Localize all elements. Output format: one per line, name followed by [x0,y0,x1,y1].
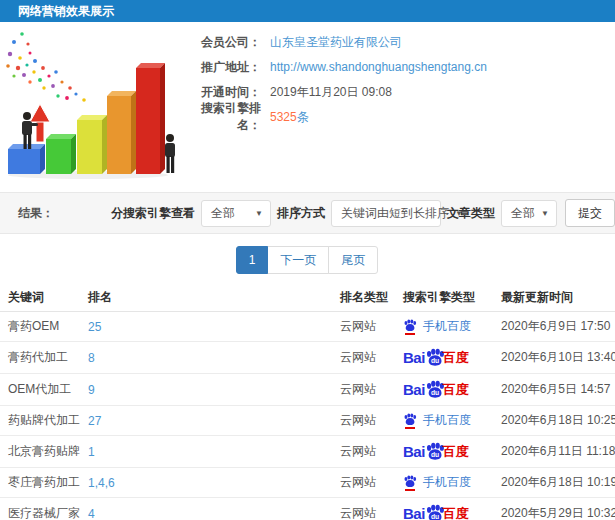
engine-filter-label: 分搜索引擎查看 [111,205,195,222]
header-rank: 排名 [80,284,332,312]
open-time-value: 2019年11月20日 09:08 [270,84,392,101]
rank-type-cell: 云网站 [332,342,395,374]
table-header-row: 关键词 排名 排名类型 搜索引擎类型 最新更新时间 [0,284,615,312]
keyword-cell: OEM代加工 [0,374,80,406]
page-header: 网络营销效果展示 [0,0,615,22]
baidu-paw-icon [403,319,417,332]
mobile-baidu-label: 手机百度 [423,412,471,429]
page-title: 网络营销效果展示 [18,4,114,18]
chevron-down-icon: ▼ [255,209,263,218]
rank-link[interactable]: 8 [88,351,95,365]
submit-button[interactable]: 提交 [565,199,615,227]
promo-url-label: 推广地址： [181,59,261,76]
member-company-row: 会员公司： 山东皇圣堂药业有限公司 [181,34,487,50]
rank-count-unit: 条 [297,110,309,124]
table-row: 药贴牌代加工27云网站 手机百度 2020年6月18日 10:25 [0,406,615,436]
info-section: 会员公司： 山东皇圣堂药业有限公司 推广地址： http://www.shand… [0,22,615,192]
mobile-baidu-icon [403,475,418,491]
rank-link[interactable]: 25 [88,320,101,334]
mobile-baidu-badge: 手机百度 [403,318,471,335]
mobile-baidu-underline [405,427,415,429]
rank-link[interactable]: 4 [88,507,95,520]
baidu-logo: Bai du 百度 [403,380,469,399]
filter-controls: 分搜索引擎查看 全部 ▼ 排序方式 关键词由短到长排序 ▼ 文章类型 全部 ▼ … [105,199,615,227]
marketing-illustration [0,28,182,180]
rank-cell: 25 [80,312,332,342]
engine-type-cell: Bai du 百度 [395,374,493,406]
baidu-logo-cn: 百度 [443,351,469,364]
rank-cell: 9 [80,374,332,406]
mobile-baidu-label: 手机百度 [423,318,471,335]
baidu-logo-text: Bai [403,350,425,365]
mobile-baidu-underline [405,489,415,491]
header-keyword: 关键词 [0,284,80,312]
baidu-logo: Bai du 百度 [403,504,469,520]
engine-select-value: 全部 [211,205,235,222]
engine-type-cell: Bai du 百度 [395,436,493,468]
table-row: 北京膏药贴牌1云网站 Bai du 百度 2020年6月11日 11:18 [0,436,615,468]
baidu-logo-text: Bai [403,444,425,459]
baidu-paw-icon: du [425,348,445,367]
updated-cell: 2020年6月18日 10:19 [493,468,615,498]
page-1-button[interactable]: 1 [236,246,269,274]
last-page-button[interactable]: 尾页 [328,246,378,274]
keyword-cell: 北京膏药贴牌 [0,436,80,468]
svg-text:du: du [431,513,439,520]
sort-select[interactable]: 关键词由短到长排序 ▼ [331,200,441,227]
keyword-cell: 医疗器械厂家 [0,498,80,520]
results-table: 关键词 排名 排名类型 搜索引擎类型 最新更新时间 膏药OEM25云网站 手机百… [0,284,615,520]
keyword-cell: 膏药OEM [0,312,80,342]
engine-type-cell: Bai du 百度 [395,498,493,520]
rank-link[interactable]: 9 [88,383,95,397]
rank-type-cell: 云网站 [332,312,395,342]
article-type-select[interactable]: 全部 ▼ [501,200,557,227]
rank-cell: 27 [80,406,332,436]
rank-link[interactable]: 1,4,6 [88,476,115,490]
mobile-baidu-badge: 手机百度 [403,412,471,429]
article-type-label: 文章类型 [447,205,495,222]
open-time-row: 开通时间： 2019年11月20日 09:08 [181,84,487,100]
baidu-paw-icon: du [425,380,445,399]
mobile-baidu-icon [403,319,418,335]
rank-cell: 1,4,6 [80,468,332,498]
baidu-logo-text: Bai [403,382,425,397]
rank-link[interactable]: 1 [88,445,95,459]
baidu-logo: Bai du 百度 [403,348,469,367]
member-company-link[interactable]: 山东皇圣堂药业有限公司 [270,34,402,51]
engine-select[interactable]: 全部 ▼ [201,200,271,227]
rank-type-cell: 云网站 [332,374,395,406]
mobile-baidu-badge: 手机百度 [403,474,471,491]
baidu-logo: Bai du 百度 [403,442,469,461]
baidu-logo-cn: 百度 [443,507,469,520]
filter-bar: 结果： 分搜索引擎查看 全部 ▼ 排序方式 关键词由短到长排序 ▼ 文章类型 全… [0,192,615,234]
promo-url-link[interactable]: http://www.shandonghuangshengtang.cn [270,60,487,74]
table-row: 枣庄膏药加工1,4,6云网站 手机百度 2020年6月18日 10:19 [0,468,615,498]
result-label: 结果： [18,205,54,222]
keyword-cell: 膏药代加工 [0,342,80,374]
confetti [6,32,86,102]
rank-cell: 4 [80,498,332,520]
rank-cell: 1 [80,436,332,468]
rank-link[interactable]: 27 [88,414,101,428]
chevron-down-icon: ▼ [541,209,549,218]
businessman-figure-right [165,134,175,173]
baidu-paw-icon: du [425,504,445,520]
pagination: 1 下一页 尾页 [0,246,615,274]
header-rank-type: 排名类型 [332,284,395,312]
rank-type-cell: 云网站 [332,498,395,520]
member-company-label: 会员公司： [181,34,261,51]
svg-text:du: du [431,389,439,396]
engine-type-cell: 手机百度 [395,312,493,342]
updated-cell: 2020年6月5日 14:57 [493,374,615,406]
engine-type-cell: 手机百度 [395,406,493,436]
rank-cell: 8 [80,342,332,374]
rank-type-cell: 云网站 [332,436,395,468]
open-time-label: 开通时间： [181,84,261,101]
baidu-paw-icon: du [425,442,445,461]
next-page-button[interactable]: 下一页 [267,246,329,274]
baidu-paw-icon [403,475,417,488]
table-row: 医疗器械厂家4云网站 Bai du 百度 2020年5月29日 10:32 [0,498,615,520]
bar-chart-illustration [0,28,182,180]
svg-text:du: du [431,357,439,364]
table-row: OEM代加工9云网站 Bai du 百度 2020年6月5日 14:57 [0,374,615,406]
